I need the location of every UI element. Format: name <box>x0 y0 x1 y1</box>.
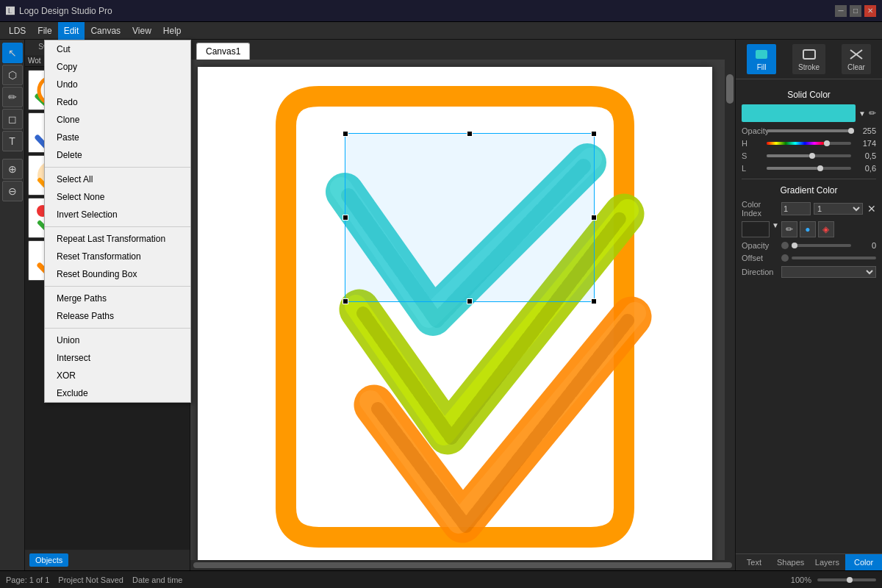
stroke-icon <box>800 47 818 62</box>
section-divider <box>742 179 876 179</box>
menu-union[interactable]: Union <box>45 331 190 349</box>
l-row: L 0,6 <box>742 164 876 173</box>
right-bottom-tabs: Text Shapes Layers Color <box>736 553 882 570</box>
menu-view[interactable]: View <box>126 22 157 40</box>
menu-cut[interactable]: Cut <box>45 40 190 58</box>
menu-delete[interactable]: Delete <box>45 146 190 164</box>
gradient-color-swatch[interactable] <box>742 221 770 237</box>
gradient-pencil-icon[interactable]: ✏ <box>781 221 797 237</box>
close-button[interactable]: ✕ <box>864 5 876 17</box>
gradient-square-icon[interactable]: ◈ <box>818 221 834 237</box>
direction-select[interactable] <box>781 266 876 278</box>
menu-canvas[interactable]: Canvas <box>85 22 126 40</box>
stroke-button[interactable]: Stroke <box>792 44 825 74</box>
status-right: 100% <box>791 576 876 584</box>
canvas-scroll-area[interactable]: r rasamtasvir <box>190 60 725 560</box>
zoom-level: 100% <box>791 576 811 584</box>
menu-reset-transformation[interactable]: Reset Transformation <box>45 248 190 265</box>
offset-dot <box>781 254 789 262</box>
fill-button[interactable]: Fill <box>747 44 776 74</box>
bottom-tab-objects[interactable]: Objects <box>29 553 68 567</box>
menu-reset-bounding-box[interactable]: Reset Bounding Box <box>45 265 190 283</box>
color-preview-box[interactable] <box>742 104 856 122</box>
menu-release-paths[interactable]: Release Paths <box>45 307 190 325</box>
clear-button[interactable]: Clear <box>842 44 871 74</box>
color-dropdown-arrow[interactable]: ▼ <box>858 110 866 118</box>
titlebar: 🅻 Logo Design Studio Pro ─ □ ✕ <box>0 0 882 22</box>
menu-file[interactable]: File <box>32 22 57 40</box>
rb-tab-text[interactable]: Text <box>736 554 772 570</box>
separator-4 <box>45 328 190 329</box>
color-index-select[interactable]: 1 <box>814 203 863 215</box>
app-icon: 🅻 <box>6 6 15 16</box>
opacity-value: 255 <box>854 126 876 135</box>
gradient-arrow[interactable]: ▼ <box>772 221 779 237</box>
separator-1 <box>45 167 190 168</box>
hscroll-thumb[interactable] <box>193 562 732 568</box>
gradient-section: Gradient Color Color Index 1 ✕ ▼ ✏ ● ◈ <box>742 185 876 278</box>
statusbar: Page: 1 of 1 Project Not Saved Date and … <box>0 570 882 588</box>
menu-repeat-last-transformation[interactable]: Repeat Last Transformation <box>45 230 190 248</box>
right-content: Solid Color ▼ ✏ Opacity 255 H <box>736 79 882 553</box>
menubar: LDS File Edit Canvas View Help Cut Copy … <box>0 22 882 40</box>
color-edit-icon[interactable]: ✏ <box>869 108 876 118</box>
h-slider[interactable] <box>767 142 851 145</box>
vertical-scrollbar[interactable] <box>725 60 735 560</box>
h-row: H 174 <box>742 139 876 148</box>
menu-select-none[interactable]: Select None <box>45 188 190 206</box>
menu-undo[interactable]: Undo <box>45 76 190 93</box>
tool-select[interactable]: ↖ <box>2 43 23 63</box>
tool-zoom-out[interactable]: ⊖ <box>2 181 23 201</box>
separator-2 <box>45 226 190 227</box>
rb-tab-shapes[interactable]: Shapes <box>772 554 809 570</box>
offset-row: Offset <box>742 254 876 262</box>
rb-tab-layers[interactable]: Layers <box>809 554 846 570</box>
page-indicator: Page: 1 of 1 <box>6 576 49 584</box>
opacity2-row: Opacity 0 <box>742 241 876 250</box>
tool-text[interactable]: T <box>2 131 23 151</box>
opacity2-label: Opacity <box>742 241 778 250</box>
tool-shape[interactable]: ◻ <box>2 109 23 129</box>
color-index-label: Color Index <box>742 200 778 218</box>
solid-color-title: Solid Color <box>742 90 876 100</box>
gradient-dot-icon[interactable]: ● <box>800 221 816 237</box>
maximize-button[interactable]: □ <box>850 5 861 17</box>
vscroll-thumb[interactable] <box>726 74 734 104</box>
tool-node[interactable]: ⬡ <box>2 65 23 85</box>
direction-row: Direction <box>742 266 876 278</box>
minimize-button[interactable]: ─ <box>835 5 847 17</box>
menu-clone[interactable]: Clone <box>45 111 190 129</box>
menu-xor[interactable]: XOR <box>45 367 190 384</box>
tool-zoom-in[interactable]: ⊕ <box>2 159 23 179</box>
menu-invert-selection[interactable]: Invert Selection <box>45 206 190 223</box>
s-row: S 0,5 <box>742 151 876 160</box>
menu-copy[interactable]: Copy <box>45 58 190 76</box>
opacity2-slider[interactable] <box>792 244 851 247</box>
menu-merge-paths[interactable]: Merge Paths <box>45 290 190 307</box>
zoom-thumb[interactable] <box>847 577 853 583</box>
fill-icon <box>753 47 770 62</box>
rb-tab-color[interactable]: Color <box>845 554 882 570</box>
menu-help[interactable]: Help <box>157 22 187 40</box>
menu-redo[interactable]: Redo <box>45 93 190 111</box>
color-index-input[interactable] <box>781 202 811 215</box>
l-slider[interactable] <box>767 167 851 170</box>
menu-edit[interactable]: Edit <box>58 22 85 40</box>
zoom-slider[interactable] <box>817 578 876 581</box>
tool-pencil[interactable]: ✏ <box>2 87 23 107</box>
opacity2-value: 0 <box>854 241 876 250</box>
s-slider[interactable] <box>767 154 851 157</box>
offset-slider[interactable] <box>792 257 876 259</box>
gradient-close-icon[interactable]: ✕ <box>867 203 876 215</box>
menu-intersect[interactable]: Intersect <box>45 349 190 367</box>
menu-exclude[interactable]: Exclude <box>45 384 190 402</box>
s-value: 0,5 <box>854 151 876 160</box>
h-label: H <box>742 139 764 148</box>
menu-select-all[interactable]: Select All <box>45 171 190 188</box>
opacity-slider[interactable] <box>767 129 851 132</box>
canvas-tab-1[interactable]: Canvas1 <box>196 43 250 60</box>
menu-lds[interactable]: LDS <box>3 22 32 40</box>
horizontal-scrollbar[interactable] <box>190 560 735 570</box>
opacity-row: Opacity 255 <box>742 126 876 135</box>
menu-paste[interactable]: Paste <box>45 129 190 146</box>
